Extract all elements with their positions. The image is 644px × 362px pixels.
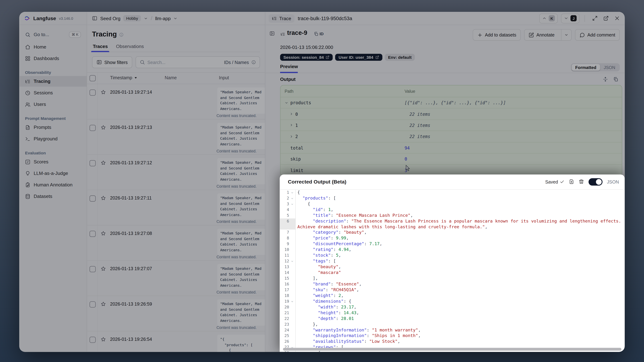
collapse-panel-icon[interactable]: [270, 31, 275, 36]
sidebar-item-home[interactable]: Home: [19, 42, 87, 52]
editor-line[interactable]: 7 "category": "beauty",: [280, 230, 625, 235]
trace-table-row[interactable]: 2026-01-13 19:27:07"Madam Speaker, Madan…: [87, 261, 265, 296]
annotate-dropdown[interactable]: [561, 30, 571, 40]
search-mode-label[interactable]: IDs / Names: [224, 60, 249, 64]
close-icon[interactable]: [614, 16, 620, 21]
tab-traces[interactable]: Traces: [92, 42, 108, 52]
editor-line[interactable]: 12 "tags": [: [280, 258, 625, 264]
row-checkbox[interactable]: [90, 196, 96, 202]
info-icon[interactable]: [120, 32, 124, 37]
editor-line[interactable]: 8 "price": 9.99,: [280, 235, 625, 241]
row-checkbox[interactable]: [90, 160, 96, 166]
row-checkbox[interactable]: [90, 231, 96, 237]
trace-type-chip[interactable]: Trace: [268, 14, 294, 22]
editor-line[interactable]: 23 },: [280, 322, 625, 327]
editor-line[interactable]: 19 "dimensions": {: [280, 298, 625, 304]
copy-id-button[interactable]: ID: [314, 32, 324, 36]
sidebar-item-sessions[interactable]: Sessions: [19, 88, 87, 98]
sidebar-item-scores[interactable]: Scores: [19, 156, 87, 167]
format-formatted[interactable]: Formatted: [572, 64, 600, 71]
output-row-2[interactable]: 222 items: [280, 131, 622, 142]
editor-line[interactable]: 10 "rating": 4.94,: [280, 247, 625, 252]
trace-table-row[interactable]: 2026-01-13 19:27:13"Madam Speaker, Madan…: [87, 120, 265, 155]
editor-line[interactable]: 9 "discountPercentage": 7.17,: [280, 241, 625, 247]
editor-line[interactable]: 26 "availabilityStatus": "Low Stock",: [280, 339, 625, 344]
editor-line[interactable]: 17 "sku": "RCH45Q1A",: [280, 287, 625, 293]
badge-user[interactable]: User ID: user_384: [335, 54, 382, 61]
trace-table-row[interactable]: 2026-01-13 19:26:54"{ "products": [ {: [87, 332, 265, 352]
sidebar-item-users[interactable]: Users: [19, 99, 87, 110]
chevron-down-icon[interactable]: [174, 16, 178, 20]
next-trace-button[interactable]: J: [561, 13, 580, 23]
info-icon[interactable]: [251, 60, 256, 64]
sidebar-item-datasets[interactable]: Datasets: [19, 191, 87, 202]
row-checkbox[interactable]: [90, 90, 96, 96]
editor-line[interactable]: 2 "products": [: [280, 196, 625, 201]
editor-line[interactable]: 25 "shippingInformation": "Ships in 1 mo…: [280, 333, 625, 339]
sidebar-item-playground[interactable]: Playground: [19, 133, 87, 144]
editor-line[interactable]: 24 "warrantyInformation": "1 month warra…: [280, 327, 625, 333]
annotate-button[interactable]: Annotate: [524, 30, 558, 40]
row-checkbox[interactable]: [90, 266, 96, 272]
row-checkbox[interactable]: [90, 125, 96, 131]
trace-table-row[interactable]: 2026-01-13 19:27:12"Madam Speaker, Madan…: [87, 155, 265, 190]
add-to-datasets-button[interactable]: Add to datasets: [472, 29, 521, 40]
row-checkbox[interactable]: [90, 337, 96, 343]
format-json[interactable]: JSON: [600, 64, 619, 71]
external-link-icon[interactable]: [603, 16, 609, 21]
fold-toggle[interactable]: [289, 258, 295, 264]
output-row-limit[interactable]: limit3: [280, 165, 622, 176]
output-row-1[interactable]: 122 items: [280, 120, 622, 131]
breadcrumb-org[interactable]: Seed Org: [100, 16, 120, 21]
editor-line[interactable]: 6 "description": "The Essence Mascara La…: [280, 218, 625, 230]
trace-table-row[interactable]: 2026-01-13 19:27:14"Madam Speaker, Madan…: [87, 84, 265, 119]
sidebar-item-tracing[interactable]: Tracing: [19, 76, 87, 87]
editor-line[interactable]: 4 "id": 1,: [280, 207, 625, 213]
fold-toggle[interactable]: [289, 196, 295, 201]
select-all-checkbox[interactable]: [90, 75, 96, 81]
editor-line[interactable]: 15 ],: [280, 276, 625, 281]
sidebar-item-llm-judge[interactable]: LLM-as-a-Judge: [19, 168, 87, 178]
editor-line[interactable]: 22 "depth": 28.01: [280, 316, 625, 322]
trace-table-row[interactable]: 2026-01-13 19:27:08"Madam Speaker, Madan…: [87, 226, 265, 261]
editor-line[interactable]: 1{: [280, 190, 625, 196]
chevron-down-icon[interactable]: [144, 16, 148, 20]
editor-line[interactable]: 14 "mascara": [280, 270, 625, 276]
file-diff-icon[interactable]: [569, 179, 574, 184]
sidebar-item-human-annotation[interactable]: Human Annotation: [19, 180, 87, 190]
tab-preview[interactable]: Preview: [280, 64, 298, 73]
output-row-products[interactable]: products[{"id": ...}, {"id": ...}, {"id"…: [280, 97, 622, 108]
output-row-skip[interactable]: skip0: [280, 154, 622, 165]
trace-table-row[interactable]: 2026-01-13 19:26:59"Madam Speaker, Madan…: [87, 296, 265, 331]
fold-toggle[interactable]: [289, 298, 295, 304]
output-row-0[interactable]: 022 items: [280, 108, 622, 120]
json-toggle[interactable]: [588, 178, 602, 185]
copy-icon[interactable]: [613, 77, 618, 82]
column-timestamp[interactable]: Timestamp: [110, 75, 132, 80]
editor-line[interactable]: 18 "weight": 2,: [280, 293, 625, 298]
maximize-icon[interactable]: [592, 16, 598, 21]
editor-line[interactable]: 11 "stock": 5,: [280, 252, 625, 258]
row-checkbox[interactable]: [90, 302, 96, 308]
unfold-vertical-icon[interactable]: [603, 77, 608, 82]
search-input[interactable]: Search... IDs / Names: [136, 56, 260, 68]
breadcrumb-project[interactable]: llm-app: [155, 16, 170, 21]
panel-left-icon[interactable]: [92, 16, 98, 21]
json-editor[interactable]: 1{2 "products": [3 {4 "id": 1,5 "title":…: [280, 189, 625, 352]
prev-trace-button[interactable]: K: [539, 13, 558, 23]
sidebar-item-prompts[interactable]: Prompts: [19, 122, 87, 132]
column-input[interactable]: Input: [219, 75, 229, 80]
editor-line[interactable]: 3 {: [280, 201, 625, 207]
sidebar-item-dashboards[interactable]: Dashboards: [19, 53, 87, 64]
editor-line[interactable]: 21 "height": 14.43,: [280, 310, 625, 316]
add-comment-button[interactable]: Add comment: [575, 29, 620, 40]
fold-toggle[interactable]: [289, 201, 295, 207]
editor-line[interactable]: 16 "brand": "Essence",: [280, 281, 625, 287]
editor-line[interactable]: 20 "width": 23.17,: [280, 304, 625, 310]
badge-env[interactable]: Env: default: [385, 54, 415, 61]
horizontal-scrollbar[interactable]: [283, 348, 621, 351]
trash-icon[interactable]: [578, 179, 584, 184]
output-row-total[interactable]: total94: [280, 142, 622, 154]
fold-toggle[interactable]: [289, 190, 295, 196]
badge-session[interactable]: Session: session_84: [280, 54, 333, 61]
